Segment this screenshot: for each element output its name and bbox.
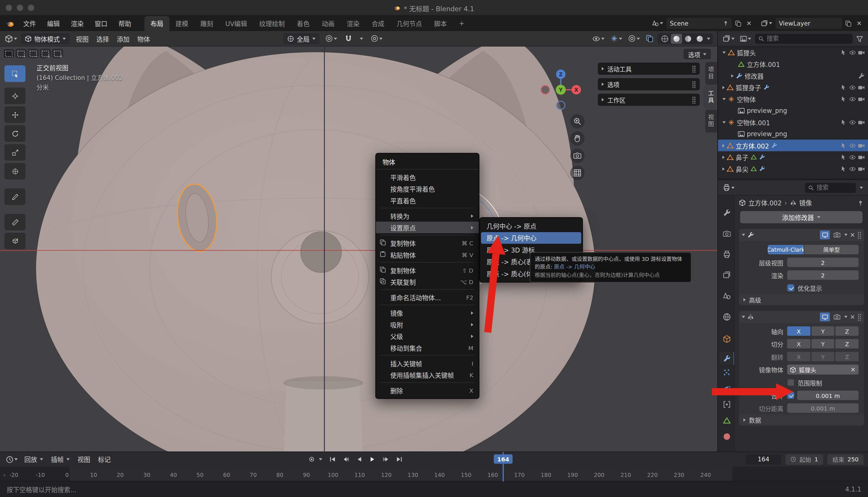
particles-tab[interactable] bbox=[720, 366, 734, 379]
workspace-tab-4[interactable]: 纹理绘制 bbox=[253, 16, 291, 31]
context-menu-item-0[interactable]: 平滑着色 bbox=[376, 171, 479, 183]
timeline-menu-0[interactable]: 回放 bbox=[20, 455, 47, 464]
gizmo-minus-z-axis[interactable] bbox=[557, 101, 565, 110]
sidebar-tab-项目[interactable]: 项目 bbox=[705, 62, 717, 85]
origin-submenu-item-0[interactable]: 几何中心 -> 原点 bbox=[480, 220, 583, 232]
clipping-checkbox[interactable] bbox=[787, 379, 794, 386]
play-button[interactable] bbox=[367, 453, 379, 465]
advanced-subpanel[interactable]: 高级 bbox=[739, 294, 864, 306]
outliner-filter-button[interactable] bbox=[855, 34, 865, 43]
optimal-display-checkbox[interactable] bbox=[787, 284, 794, 291]
workspace-tab-8[interactable]: 合成 bbox=[365, 16, 391, 31]
realtime-display-toggle[interactable] bbox=[820, 230, 830, 239]
context-menu-item-1[interactable]: 按角度平滑着色 bbox=[376, 183, 479, 195]
play-reverse-button[interactable] bbox=[353, 453, 365, 465]
snap-settings-dropdown[interactable] bbox=[358, 36, 365, 41]
outliner-row-preview_png[interactable]: preview_png bbox=[718, 128, 868, 139]
drag-handle[interactable] bbox=[857, 231, 862, 239]
sidebar-tab-视图[interactable]: 视图 bbox=[705, 110, 717, 132]
context-menu-item-8[interactable]: 粘贴物体⌘ V bbox=[376, 249, 479, 260]
breadcrumb-object[interactable]: 立方体.002 bbox=[748, 198, 782, 207]
cursor-tool[interactable] bbox=[4, 88, 25, 104]
jump-to-end-button[interactable] bbox=[393, 453, 405, 465]
axis-xyz-X[interactable]: X bbox=[787, 326, 810, 336]
select-mode-2[interactable]: − bbox=[28, 49, 39, 58]
workspace-tab-10[interactable]: 脚本 bbox=[428, 16, 453, 31]
camera-view-button[interactable] bbox=[570, 148, 584, 163]
outliner-row-空物体[interactable]: 空物体 bbox=[718, 93, 868, 104]
eye-toggle-icon[interactable] bbox=[849, 84, 856, 90]
context-menu-item-11[interactable]: 关联复制⌥ D bbox=[376, 276, 479, 287]
eye-toggle-icon[interactable] bbox=[849, 49, 856, 56]
gizmos-dropdown[interactable] bbox=[609, 34, 624, 43]
auto-key-toggle[interactable] bbox=[306, 453, 318, 465]
scene-copy-button[interactable] bbox=[733, 18, 743, 29]
workspace-tab-7[interactable]: 渲染 bbox=[341, 16, 366, 31]
mirror-object-field[interactable]: 狐狸头 bbox=[787, 365, 858, 374]
workspace-tab-3[interactable]: UV编辑 bbox=[219, 16, 253, 31]
drag-handle[interactable] bbox=[692, 81, 696, 88]
catmull-clark-button[interactable]: Catmull-Clark bbox=[768, 245, 804, 254]
pointer-toggle-icon[interactable] bbox=[840, 119, 847, 126]
viewport-menu-2[interactable]: 添加 bbox=[113, 34, 133, 43]
outliner-row-空物体.001[interactable]: 空物体.001 bbox=[718, 116, 868, 128]
drag-handle[interactable] bbox=[857, 313, 862, 321]
context-menu-item-5[interactable]: 设置原点 bbox=[376, 222, 479, 233]
wrench-toggle-icon[interactable] bbox=[858, 72, 865, 79]
prev-keyframe-button[interactable] bbox=[340, 453, 352, 465]
add-workspace-button[interactable]: + bbox=[453, 17, 470, 30]
context-menu-item-7[interactable]: 复制物体⌘ C bbox=[376, 237, 479, 248]
context-menu-item-15[interactable]: 镜像 bbox=[376, 307, 479, 318]
context-menu-item-10[interactable]: 复制物体⇧ D bbox=[376, 264, 479, 276]
pin-icon[interactable] bbox=[857, 200, 864, 206]
camera-toggle-icon[interactable] bbox=[858, 154, 865, 160]
pin-icon[interactable] bbox=[723, 20, 729, 26]
material-tab[interactable] bbox=[720, 430, 734, 443]
subdivision-panel-header[interactable] bbox=[739, 229, 864, 241]
timeline-menu-2[interactable]: 视图 bbox=[73, 455, 94, 464]
sidebar-panel-0[interactable]: 活动工具 bbox=[598, 62, 700, 75]
context-menu-item-17[interactable]: 父级 bbox=[376, 330, 479, 342]
add-cube-tool[interactable] bbox=[4, 233, 25, 250]
data-tab[interactable] bbox=[720, 414, 734, 427]
xray-toggle[interactable] bbox=[644, 34, 655, 43]
eye-toggle-icon[interactable] bbox=[849, 142, 856, 149]
outliner-search-input[interactable] bbox=[767, 35, 849, 42]
close-icon[interactable] bbox=[850, 232, 855, 238]
context-menu-item-2[interactable]: 平直着色 bbox=[376, 195, 479, 206]
transform-tool[interactable] bbox=[4, 163, 25, 180]
timeline-editor-type-button[interactable] bbox=[4, 454, 19, 464]
minimize-window-button[interactable] bbox=[17, 4, 23, 11]
camera-toggle-icon[interactable] bbox=[858, 119, 865, 126]
add-modifier-button[interactable]: 添加修改器 bbox=[740, 211, 862, 223]
context-menu-item-21[interactable]: 使用插帧集插入关键帧K bbox=[376, 369, 479, 381]
expand-icon[interactable] bbox=[722, 86, 725, 89]
viewlayer-selector[interactable]: ViewLayer bbox=[776, 18, 842, 29]
pointer-toggle-icon[interactable] bbox=[840, 142, 847, 149]
expand-icon[interactable] bbox=[731, 74, 734, 77]
outliner-display-mode-button[interactable] bbox=[738, 34, 753, 43]
workspace-tab-1[interactable]: 建模 bbox=[170, 16, 194, 31]
sidebar-panel-2[interactable]: 工作区 bbox=[598, 94, 700, 106]
orientation-dropdown[interactable]: 全局 bbox=[283, 33, 319, 44]
scale-tool[interactable] bbox=[4, 144, 25, 160]
navigation-gizmo[interactable]: Z X Y bbox=[540, 69, 582, 111]
overlays-dropdown[interactable] bbox=[627, 34, 642, 43]
viewlayer-remove-button[interactable] bbox=[855, 18, 864, 29]
render-tab[interactable] bbox=[720, 227, 734, 240]
scene-selector[interactable]: Scene bbox=[666, 18, 732, 29]
axis-xyz-Y[interactable]: Y bbox=[811, 326, 835, 336]
current-frame-field[interactable]: 164 bbox=[746, 454, 781, 465]
context-menu-item-23[interactable]: 删除X bbox=[376, 384, 479, 396]
viewport-3d[interactable]: +−±∩ 选项 正交前视图 (164) Collection | 立方体.002… bbox=[0, 46, 717, 452]
object-tab[interactable] bbox=[720, 332, 734, 345]
world-tab[interactable] bbox=[720, 310, 734, 324]
constraints-tab[interactable] bbox=[720, 398, 734, 411]
timeline-ruler[interactable]: › -20-1001020304050607080901001101201301… bbox=[0, 467, 868, 481]
outliner-row-鼻尖[interactable]: 鼻尖 bbox=[718, 163, 868, 175]
flip-xyz-X[interactable]: X bbox=[787, 352, 810, 361]
drag-handle[interactable] bbox=[692, 96, 696, 103]
pointer-toggle-icon[interactable] bbox=[840, 49, 847, 56]
topbar-menu-1[interactable]: 编辑 bbox=[42, 16, 65, 30]
viewport-menu-0[interactable]: 视图 bbox=[72, 34, 92, 43]
